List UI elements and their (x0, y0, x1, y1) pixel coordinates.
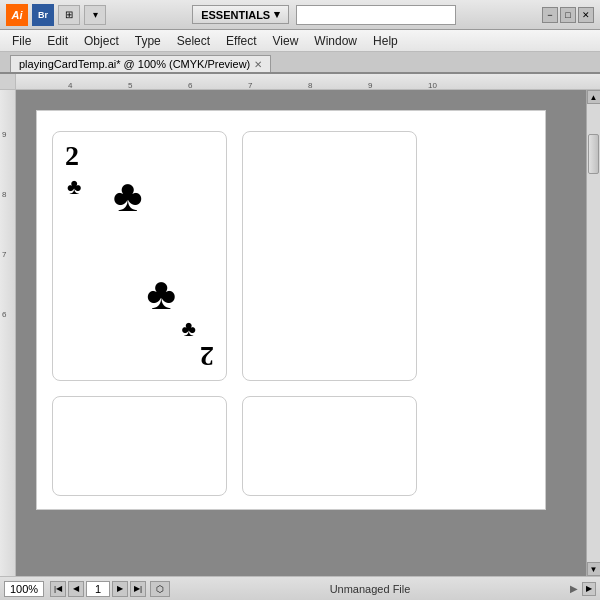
minimize-button[interactable]: − (542, 7, 558, 23)
club-large-top: ♣ (113, 170, 143, 222)
scroll-up-button[interactable]: ▲ (587, 90, 601, 104)
maximize-button[interactable]: □ (560, 7, 576, 23)
essentials-button[interactable]: ESSENTIALS ▾ (192, 5, 289, 24)
vertical-ruler: 9 8 7 6 (0, 90, 16, 576)
menu-edit[interactable]: Edit (39, 32, 76, 50)
canvas-area[interactable]: 2 ♣ ♣ ♣ ♣ 2 (16, 90, 586, 576)
ruler-mark-8: 8 (308, 81, 312, 90)
page-input[interactable] (86, 581, 110, 597)
card-bottom-left (52, 396, 227, 496)
window-controls: − □ ✕ (542, 7, 594, 23)
title-bar: Ai Br ⊞ ▾ ESSENTIALS ▾ − □ ✕ (0, 0, 600, 30)
scroll-thumb[interactable] (588, 134, 599, 174)
ruler-row: 4 5 6 7 8 9 10 (0, 74, 600, 90)
menu-help[interactable]: Help (365, 32, 406, 50)
card-main: 2 ♣ ♣ ♣ ♣ 2 (52, 131, 227, 381)
scroll-right-button[interactable]: ▶ (582, 582, 596, 596)
status-text: Unmanaged File (174, 583, 566, 595)
zoom-input[interactable] (4, 581, 44, 597)
club-small-top-left: ♣ (67, 174, 81, 200)
br-logo: Br (32, 4, 54, 26)
scroll-down-button[interactable]: ▼ (587, 562, 601, 576)
close-button[interactable]: ✕ (578, 7, 594, 23)
menu-object[interactable]: Object (76, 32, 127, 50)
status-bar: |◀ ◀ ▶ ▶| ⬡ Unmanaged File ▶ ▶ (0, 576, 600, 600)
ruler-mark-5: 5 (128, 81, 132, 90)
card-top-right (242, 131, 417, 381)
tab-label: playingCardTemp.ai* @ 100% (CMYK/Preview… (19, 58, 250, 70)
card-number-bottom: 2 (200, 340, 214, 372)
ruler-mark-4: 4 (68, 81, 72, 90)
ai-logo: Ai (6, 4, 28, 26)
ruler-marks: 4 5 6 7 8 9 10 (48, 74, 590, 90)
status-arrow-right[interactable]: ▶ (570, 583, 578, 594)
ruler-mark-v-6: 6 (2, 310, 6, 319)
ruler-mark-v-8: 8 (2, 190, 6, 199)
club-large-bottom: ♣ (146, 268, 176, 320)
dropdown-icon-btn[interactable]: ▾ (84, 5, 106, 25)
scroll-track[interactable] (587, 104, 600, 562)
ruler-corner (0, 74, 16, 90)
zoom-area (4, 581, 46, 597)
page-area: 2 ♣ ♣ ♣ ♣ 2 (36, 110, 546, 510)
menu-view[interactable]: View (265, 32, 307, 50)
ruler-mark-10: 10 (428, 81, 437, 90)
title-bar-left: Ai Br ⊞ ▾ (6, 4, 106, 26)
ruler-mark-9: 9 (368, 81, 372, 90)
menu-window[interactable]: Window (306, 32, 365, 50)
horizontal-ruler: 4 5 6 7 8 9 10 (16, 74, 600, 90)
title-center: ESSENTIALS ▾ (106, 5, 542, 25)
menu-effect[interactable]: Effect (218, 32, 264, 50)
nav-prev-button[interactable]: ◀ (68, 581, 84, 597)
vertical-scrollbar[interactable]: ▲ ▼ (586, 90, 600, 576)
search-input[interactable] (296, 5, 456, 25)
nav-controls: |◀ ◀ ▶ ▶| (50, 581, 146, 597)
workspace-icon-btn[interactable]: ⊞ (58, 5, 80, 25)
tab-bar: playingCardTemp.ai* @ 100% (CMYK/Preview… (0, 52, 600, 74)
ruler-mark-6: 6 (188, 81, 192, 90)
art-nav-icon[interactable]: ⬡ (150, 581, 170, 597)
ruler-mark-v-9: 9 (2, 130, 6, 139)
menu-file[interactable]: File (4, 32, 39, 50)
ruler-mark-7: 7 (248, 81, 252, 90)
menu-bar: File Edit Object Type Select Effect View… (0, 30, 600, 52)
nav-next-button[interactable]: ▶ (112, 581, 128, 597)
card-number-top: 2 (65, 140, 79, 172)
club-small-bottom-right: ♣ (182, 316, 196, 342)
tab-close-button[interactable]: ✕ (254, 59, 262, 70)
menu-type[interactable]: Type (127, 32, 169, 50)
card-bottom-right (242, 396, 417, 496)
nav-first-button[interactable]: |◀ (50, 581, 66, 597)
ruler-mark-v-7: 7 (2, 250, 6, 259)
document-tab[interactable]: playingCardTemp.ai* @ 100% (CMYK/Preview… (10, 55, 271, 72)
main-content: 9 8 7 6 2 ♣ ♣ ♣ ♣ 2 ▲ (0, 90, 600, 576)
menu-select[interactable]: Select (169, 32, 218, 50)
nav-last-button[interactable]: ▶| (130, 581, 146, 597)
